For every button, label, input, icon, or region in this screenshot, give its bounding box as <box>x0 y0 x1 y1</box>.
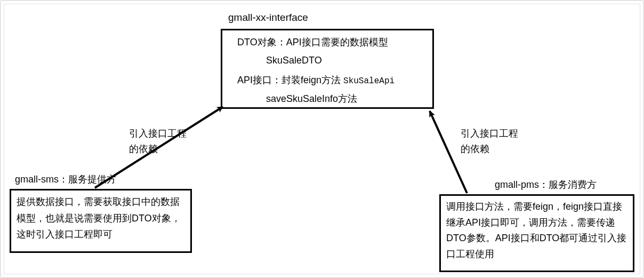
pms-box: 调用接口方法，需要feign，feign接口直接继承API接口即可，调用方法，需… <box>439 194 634 272</box>
interface-dto-name: SkuSaleDTO <box>266 55 322 66</box>
pms-box-body: 调用接口方法，需要feign，feign接口直接继承API接口即可，调用方法，需… <box>441 196 633 266</box>
left-arrow-label: 引入接口工程 的依赖 <box>129 126 187 157</box>
interface-box-body: DTO对象：API接口需要的数据模型 SkuSaleDTO API接口：封装fe… <box>222 30 432 110</box>
interface-box: DTO对象：API接口需要的数据模型 SkuSaleDTO API接口：封装fe… <box>221 29 434 109</box>
sms-box: 提供数据接口，需要获取接口中的数据模型，也就是说需要使用到DTO对象，这时引入接… <box>10 189 192 253</box>
interface-api-line: API接口：封装feign方法 <box>237 75 341 85</box>
sms-box-body: 提供数据接口，需要获取接口中的数据模型，也就是说需要使用到DTO对象，这时引入接… <box>11 190 190 246</box>
interface-dto-line: DTO对象：API接口需要的数据模型 <box>237 37 388 47</box>
interface-api-method: saveSkuSaleInfo方法 <box>266 93 357 104</box>
right-arrow-label: 引入接口工程 的依赖 <box>461 126 518 157</box>
sms-box-title: gmall-sms：服务提供方 <box>15 173 116 186</box>
outer-frame: gmall-xx-interface DTO对象：API接口需要的数据模型 Sk… <box>0 0 644 278</box>
pms-box-title: gmall-pms：服务消费方 <box>495 178 597 192</box>
interface-api-name: SkuSaleApi <box>343 76 395 86</box>
interface-box-title: gmall-xx-interface <box>228 11 308 25</box>
diagram-canvas: gmall-xx-interface DTO对象：API接口需要的数据模型 Sk… <box>4 4 640 274</box>
